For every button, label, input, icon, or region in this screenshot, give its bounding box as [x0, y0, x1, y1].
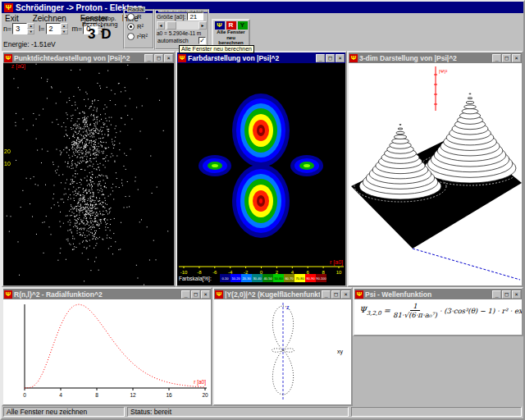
- scrollbar-channel[interactable]: [165, 21, 199, 30]
- recalc-all-windows-button[interactable]: ΨRY Alle Fenster neu berechnen: [212, 19, 250, 48]
- radio-button[interactable]: [127, 13, 135, 21]
- svg-text:|Ψ|²: |Ψ|²: [439, 69, 447, 74]
- menu-item-exit[interactable]: Exit: [3, 14, 21, 23]
- radio-option-r²R²[interactable]: r²R²: [127, 33, 153, 40]
- l-spin-down-button[interactable]: ▼: [61, 29, 68, 34]
- n-spin-down-button[interactable]: ▼: [27, 29, 34, 34]
- svg-text:80-90: 80-90: [306, 276, 315, 281]
- l-value[interactable]: 2: [46, 23, 61, 34]
- surface-3d-plot: |Ψ|²: [349, 63, 522, 285]
- statusbar-status: Status: bereit: [127, 407, 349, 417]
- psi-window-icon: Ψ: [215, 290, 223, 299]
- polarplot-titlebar[interactable]: Ψ |Y(2,0)|^2 (Kugelflächenfunktion)^2 _□…: [214, 289, 351, 299]
- svg-text:10-20: 10-20: [231, 276, 240, 281]
- l-label: l=: [39, 25, 44, 33]
- scatter-plot-area: z [a0]2010: [3, 63, 174, 285]
- surface-titlebar[interactable]: Ψ 3-dim Darstellung von |Psi|^2 _□×: [349, 52, 522, 63]
- scrollbar-left-arrow[interactable]: ◄: [157, 21, 165, 30]
- contour-maximize-button[interactable]: □: [326, 54, 335, 62]
- formula-area: Ψ3,2,0 = 1 81·√(6·π·a₀⁷) · (3·cos²(θ) − …: [354, 299, 522, 335]
- scatter-maximize-button[interactable]: □: [154, 54, 163, 62]
- n-control: n=3▲▼: [3, 23, 34, 34]
- scatter-titlebar[interactable]: Ψ Punktdichtedarstellung von |Psi|^2 _□×: [3, 52, 174, 63]
- radialplot-maximize-button[interactable]: □: [191, 290, 200, 299]
- radial-groupbox: Radial RR²r²R²: [123, 9, 154, 49]
- n-value[interactable]: 3: [12, 23, 27, 34]
- radio-label: r²R²: [137, 33, 148, 40]
- contour-titlebar[interactable]: Ψ Farbdarstellung von |Psi|^2 _□×: [177, 52, 345, 63]
- window-scatter: Ψ Punktdichtedarstellung von |Psi|^2 _□×…: [2, 51, 176, 287]
- statusbar-spare: [351, 407, 522, 417]
- formula-minimize-button[interactable]: _: [492, 290, 501, 299]
- l-spin-up-button[interactable]: ▲: [61, 23, 68, 29]
- svg-text:Farbskala[%]:: Farbskala[%]:: [179, 276, 212, 282]
- svg-text:70-80: 70-80: [295, 276, 304, 281]
- contour-minimize-button[interactable]: _: [316, 54, 325, 62]
- surface-maximize-button[interactable]: □: [502, 54, 511, 62]
- radio-button[interactable]: [127, 23, 135, 30]
- statusbar-message: Alle Fenster neu zeichnen: [3, 407, 125, 417]
- formula-psi: Ψ3,2,0: [359, 305, 381, 317]
- formula-equals: =: [384, 306, 390, 315]
- svg-text:60-70: 60-70: [285, 276, 294, 281]
- scatter-axis-label: z [a0]: [11, 63, 25, 70]
- scatter-window-title: Punktdichtedarstellung von |Psi|^2: [14, 54, 143, 62]
- wavefunction-formula: Ψ3,2,0 = 1 81·√(6·π·a₀⁷) · (3·cos²(θ) − …: [354, 299, 522, 319]
- svg-text:10: 10: [336, 270, 342, 275]
- psi-window-icon: Ψ: [349, 54, 358, 62]
- contour-close-button[interactable]: ×: [336, 54, 345, 62]
- scatter-minimize-button[interactable]: _: [144, 54, 153, 62]
- svg-text:xy: xy: [337, 349, 344, 355]
- size-scrollbar[interactable]: ◄ ►: [157, 21, 207, 30]
- tooltip: Alle Fenster neu berechnen: [179, 45, 254, 53]
- svg-text:20: 20: [202, 392, 208, 398]
- radialplot-titlebar[interactable]: Ψ R(n,l)^2 - Radialfunktion^2 _□×: [3, 289, 211, 299]
- n-spin-up-button[interactable]: ▲: [27, 23, 34, 29]
- menu-item-zeichnen[interactable]: Zeichnen: [31, 14, 68, 23]
- radio-label: R²: [137, 23, 144, 30]
- polarplot-maximize-button[interactable]: □: [331, 290, 340, 299]
- radialplot-close-button[interactable]: ×: [201, 290, 210, 299]
- polarplot-minimize-button[interactable]: _: [322, 290, 331, 299]
- auto-checkbox[interactable]: ✓: [199, 37, 206, 44]
- r-icon: R: [226, 21, 236, 30]
- radial-function-plot: 048121620r [a0]: [3, 299, 211, 404]
- psi-icon: Ψ: [215, 21, 225, 30]
- radial-groupbox-caption: Radial: [127, 7, 145, 12]
- size-input[interactable]: 21: [187, 12, 203, 21]
- radialplot-minimize-button[interactable]: _: [181, 290, 190, 299]
- radio-option-R[interactable]: R: [127, 13, 153, 21]
- svg-text:12: 12: [130, 392, 136, 398]
- radio-option-R²[interactable]: R²: [127, 23, 153, 30]
- svg-text:-6: -6: [212, 270, 217, 275]
- contour-window-title: Farbdarstellung von |Psi|^2: [188, 54, 314, 62]
- scrollbar-right-arrow[interactable]: ►: [199, 21, 207, 30]
- recalc-button-label: Alle Fenster neu berechnen: [214, 30, 248, 46]
- svg-text:r [a0]: r [a0]: [330, 259, 343, 266]
- surface-window-title: 3-dim Darstellung von |Psi|^2: [359, 54, 491, 62]
- surface-close-button[interactable]: ×: [512, 54, 521, 62]
- window-radialplot: Ψ R(n,l)^2 - Radialfunktion^2 _□× 048121…: [2, 287, 212, 406]
- surface-minimize-button[interactable]: _: [492, 54, 501, 62]
- formula-fraction: 1 81·√(6·π·a₀⁷): [393, 302, 437, 319]
- svg-text:0: 0: [23, 392, 26, 398]
- app-icon: Ψ: [4, 3, 13, 12]
- scrollbar-thumb[interactable]: [167, 21, 176, 30]
- radio-button[interactable]: [127, 33, 135, 40]
- psi-window-icon: Ψ: [178, 54, 186, 62]
- polarplot-close-button[interactable]: ×: [341, 290, 350, 299]
- window-contour: Ψ Farbdarstellung von |Psi|^2 _□× -10-8-…: [176, 51, 347, 287]
- window-polarplot: Ψ |Y(2,0)|^2 (Kugelflächenfunktion)^2 _□…: [212, 287, 353, 406]
- contour-plot: -10-8-6-4-20246810r [a0]Farbskala[%]:0-1…: [177, 63, 345, 285]
- formula-close-button[interactable]: ×: [512, 290, 521, 299]
- formula-maximize-button[interactable]: □: [502, 290, 511, 299]
- radialplot-window-title: R(n,l)^2 - Radialfunktion^2: [14, 290, 180, 299]
- coord-groupbox: Koordinatensystem- Größe [a0]: 21 ◄ ► a0…: [154, 9, 209, 50]
- formula-titlebar[interactable]: Ψ Psi - Wellenfunktion _□×: [354, 289, 522, 299]
- n-label: n=: [3, 25, 11, 33]
- svg-text:r [a0]: r [a0]: [194, 379, 206, 386]
- svg-text:30-40: 30-40: [253, 276, 262, 281]
- l-control: l=2▲▼: [39, 23, 67, 34]
- scatter-close-button[interactable]: ×: [164, 54, 173, 62]
- app-titlebar[interactable]: Ψ Schrödinger -> Proton - Elektron: [2, 2, 523, 13]
